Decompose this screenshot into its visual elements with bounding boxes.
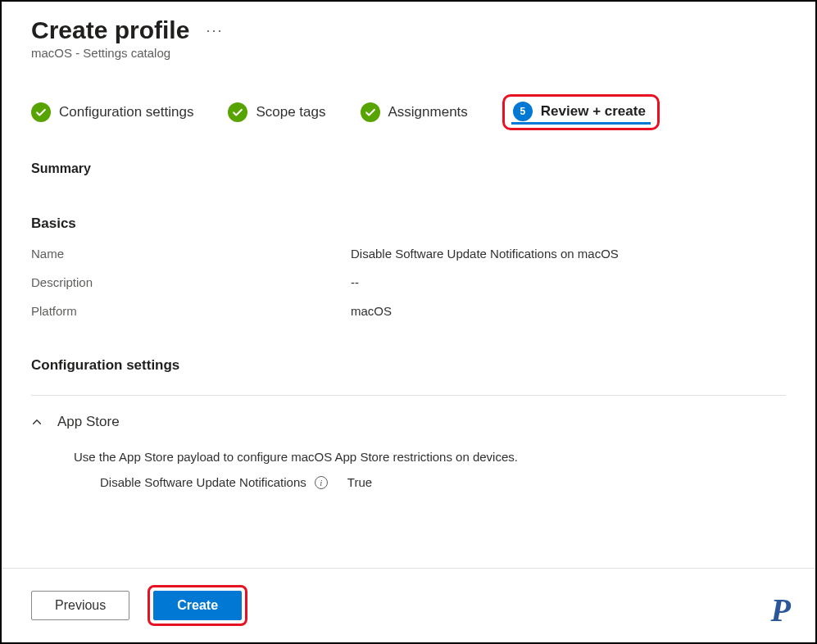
create-button-highlight: Create: [148, 585, 247, 626]
expander-title: App Store: [57, 414, 120, 430]
field-label: Description: [31, 275, 351, 289]
expander-app-store[interactable]: App Store: [31, 414, 786, 430]
setting-value: True: [347, 475, 372, 489]
field-label: Platform: [31, 304, 351, 318]
step-assignments[interactable]: Assignments: [361, 102, 468, 122]
basics-row-name: Name Disable Software Update Notificatio…: [31, 247, 786, 261]
step-number-badge: 5: [513, 102, 533, 121]
brand-logo: P: [771, 591, 791, 629]
divider: [31, 395, 786, 396]
wizard-stepper: Configuration settings Scope tags Assign…: [31, 94, 786, 130]
setting-row: Disable Software Update Notifications i …: [74, 475, 786, 489]
field-value: --: [351, 275, 359, 289]
header: Create profile ···: [31, 16, 786, 44]
more-icon[interactable]: ···: [206, 22, 223, 39]
create-button[interactable]: Create: [153, 591, 242, 620]
basics-row-platform: Platform macOS: [31, 304, 786, 318]
footer: Previous Create P: [2, 568, 815, 642]
step-label: Configuration settings: [59, 104, 193, 120]
page-subtitle: macOS - Settings catalog: [31, 46, 786, 60]
step-label: Assignments: [388, 104, 468, 120]
check-icon: [361, 102, 380, 122]
check-icon: [228, 102, 247, 122]
basics-row-description: Description --: [31, 275, 786, 289]
previous-button[interactable]: Previous: [31, 591, 129, 620]
summary-heading: Summary: [31, 161, 786, 176]
setting-label: Disable Software Update Notifications: [100, 475, 306, 489]
basics-heading: Basics: [31, 215, 786, 232]
step-label: Scope tags: [256, 104, 325, 120]
main-content: Create profile ··· macOS - Settings cata…: [2, 2, 815, 568]
expander-body: Use the App Store payload to configure m…: [31, 450, 786, 489]
step-scope-tags[interactable]: Scope tags: [228, 102, 325, 122]
field-label: Name: [31, 247, 351, 261]
page-title: Create profile: [31, 16, 189, 44]
field-value: Disable Software Update Notifications on…: [351, 247, 619, 261]
field-value: macOS: [351, 304, 392, 318]
chevron-up-icon: [31, 416, 43, 428]
check-icon: [31, 102, 51, 122]
group-description: Use the App Store payload to configure m…: [74, 450, 786, 464]
step-label: Review + create: [541, 103, 646, 120]
step-configuration-settings[interactable]: Configuration settings: [31, 102, 193, 122]
step-review-create[interactable]: 5 Review + create: [502, 94, 660, 130]
config-settings-heading: Configuration settings: [31, 357, 786, 374]
info-icon[interactable]: i: [315, 476, 328, 489]
